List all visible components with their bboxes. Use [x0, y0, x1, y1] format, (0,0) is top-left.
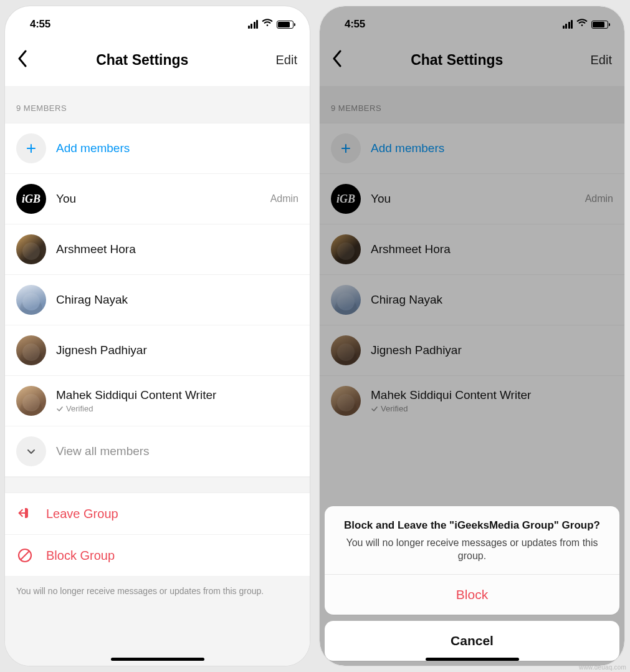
- leave-group-label: Leave Group: [46, 507, 118, 521]
- member-row[interactable]: Chirag Nayak: [320, 275, 624, 325]
- nav-header: Chat Settings Edit: [320, 37, 624, 86]
- status-icons: [563, 19, 609, 30]
- member-name: Jignesh Padhiyar: [56, 343, 298, 357]
- home-indicator[interactable]: [111, 658, 204, 661]
- plus-icon: +: [16, 133, 46, 163]
- member-role: Admin: [585, 193, 613, 204]
- avatar: [16, 234, 46, 264]
- member-row[interactable]: Arshmeet Hora: [320, 224, 624, 275]
- leave-group-row[interactable]: Leave Group: [5, 493, 310, 535]
- edit-button[interactable]: Edit: [276, 53, 297, 67]
- members-count-header: 9 MEMBERS: [320, 86, 624, 123]
- watermark: www.deuaq.com: [579, 664, 626, 671]
- member-role: Admin: [270, 193, 298, 204]
- member-name: Chirag Nayak: [371, 293, 613, 307]
- avatar: [331, 285, 361, 315]
- avatar: iGB: [16, 184, 46, 214]
- action-sheet-card: Block and Leave the "iGeeksMedia Group" …: [325, 506, 619, 615]
- members-list: 9 MEMBERS + Add members iGB You Admin Ar…: [5, 86, 310, 666]
- member-row[interactable]: Jignesh Padhiyar: [5, 325, 310, 376]
- member-row[interactable]: Jignesh Padhiyar: [320, 325, 624, 376]
- verified-badge: Verified: [371, 404, 613, 413]
- footer-description: You will no longer receive messages or u…: [5, 577, 310, 666]
- block-group-row[interactable]: Block Group: [5, 535, 310, 577]
- edit-button[interactable]: Edit: [591, 53, 612, 67]
- block-confirm-button[interactable]: Block: [325, 575, 619, 615]
- cellular-signal-icon: [248, 20, 259, 29]
- wifi-icon: [262, 19, 273, 30]
- verified-badge: Verified: [56, 404, 298, 413]
- nav-header: Chat Settings Edit: [5, 37, 310, 86]
- plus-icon: +: [331, 133, 361, 163]
- action-sheet-title: Block and Leave the "iGeeksMedia Group" …: [341, 519, 603, 532]
- member-row[interactable]: Chirag Nayak: [5, 275, 310, 325]
- action-sheet: Block and Leave the "iGeeksMedia Group" …: [320, 506, 624, 666]
- member-row[interactable]: iGB You Admin: [320, 174, 624, 224]
- cancel-button[interactable]: Cancel: [325, 621, 619, 661]
- chevron-down-icon: [16, 436, 46, 466]
- member-name: You: [371, 192, 575, 206]
- member-name: Arshmeet Hora: [371, 242, 613, 256]
- avatar: [16, 386, 46, 416]
- action-sheet-header: Block and Leave the "iGeeksMedia Group" …: [325, 506, 619, 575]
- page-title: Chat Settings: [323, 52, 591, 69]
- status-time: 4:55: [336, 18, 365, 31]
- block-group-label: Block Group: [46, 549, 115, 563]
- add-members-label: Add members: [56, 142, 298, 155]
- view-all-members-row[interactable]: View all members: [5, 426, 310, 477]
- avatar: iGB: [331, 184, 361, 214]
- phone-right: 4:55 Chat Settings Edit 9 MEMBERS: [320, 6, 624, 666]
- avatar: [16, 335, 46, 365]
- member-name: Chirag Nayak: [56, 293, 298, 307]
- add-members-label: Add members: [371, 142, 613, 155]
- check-icon: [56, 405, 64, 413]
- block-icon: [16, 547, 34, 564]
- member-name: Arshmeet Hora: [56, 242, 298, 256]
- member-row[interactable]: iGB You Admin: [5, 174, 310, 224]
- view-all-label: View all members: [56, 444, 298, 458]
- page-title: Chat Settings: [9, 52, 276, 69]
- leave-icon: [16, 506, 34, 522]
- wifi-icon: [576, 19, 588, 30]
- section-gap: [5, 477, 310, 493]
- member-name: Jignesh Padhiyar: [371, 343, 613, 357]
- phone-left: 4:55 Chat Settings Edit 9 MEMBERS: [5, 6, 310, 666]
- svg-line-1: [21, 551, 29, 560]
- status-bar: 4:55: [5, 6, 310, 37]
- status-time: 4:55: [21, 18, 50, 31]
- avatar: [331, 386, 361, 416]
- member-name: Mahek Siddiqui Content Writer: [371, 388, 613, 402]
- action-sheet-description: You will no longer receive messages or u…: [341, 536, 603, 563]
- check-icon: [371, 405, 378, 413]
- member-row[interactable]: Arshmeet Hora: [5, 224, 310, 275]
- avatar: [331, 335, 361, 365]
- avatar: [331, 234, 361, 264]
- status-icons: [248, 19, 294, 30]
- avatar: [16, 285, 46, 315]
- member-name: You: [56, 192, 260, 206]
- battery-icon: [277, 21, 294, 29]
- member-row[interactable]: Mahek Siddiqui Content Writer Verified: [5, 376, 310, 426]
- add-members-row[interactable]: + Add members: [5, 123, 310, 174]
- home-indicator[interactable]: [426, 658, 519, 661]
- status-bar: 4:55: [320, 6, 624, 37]
- battery-icon: [591, 21, 608, 29]
- member-row[interactable]: Mahek Siddiqui Content Writer Verified: [320, 376, 624, 426]
- cellular-signal-icon: [563, 20, 573, 29]
- member-name: Mahek Siddiqui Content Writer: [56, 388, 298, 402]
- add-members-row[interactable]: + Add members: [320, 123, 624, 174]
- members-count-header: 9 MEMBERS: [5, 86, 310, 123]
